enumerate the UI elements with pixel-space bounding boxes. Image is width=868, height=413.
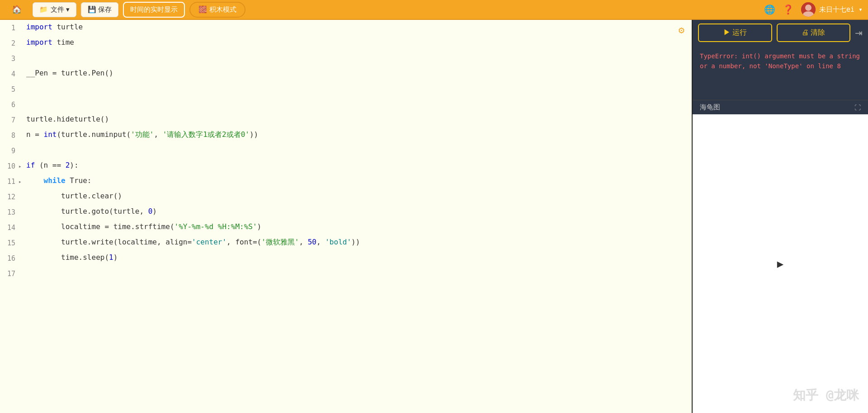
line-code: import turtle [23,20,692,35]
file-icon: 📁 [39,5,48,14]
table-row: 15 turtle.write(localtime, align='center… [0,235,692,250]
home-button[interactable]: 🏠 [5,2,28,17]
editor-settings-icon[interactable]: ⚙ [679,24,684,36]
table-row: 11 while True: [0,174,692,189]
line-number: 2 [0,35,23,51]
table-row: 13 turtle.goto(turtle, 0) [0,204,692,220]
line-number: 9 [0,143,23,158]
expand-icon: ⇥ [855,28,863,38]
main-content: ⚙ 1 import turtle 2 import time 3 [0,20,868,413]
line-number: 10 [0,158,23,174]
line-code [23,51,692,66]
table-row: 9 [0,143,692,158]
table-row: 4 __Pen = turtle.Pen() [0,66,692,81]
line-code: n = int(turtle.numinput('功能', '请输入数字1或者2… [23,127,692,143]
line-number: 11 [0,174,23,189]
save-button[interactable]: 💾 保存 [81,2,118,17]
code-table: 1 import turtle 2 import time 3 4 __Pen … [0,20,692,281]
line-code: while True: [23,174,692,189]
table-row: 12 turtle.clear() [0,189,692,204]
run-button[interactable]: ▶ 运行 [698,23,772,42]
watermark: 知乎 @龙咪 [793,387,859,404]
turtle-label: 海龟图 ⛶ [693,100,868,114]
turtle-canvas: ▶ 知乎 @龙咪 [693,114,868,413]
run-label: ▶ 运行 [723,28,747,38]
line-number: 1 [0,20,23,35]
error-panel: TypeError: int() argument must be a stri… [693,46,868,100]
toolbar: 🏠 📁 文件 ▾ 💾 保存 时间的实时显示 🧱 积木模式 🌐 ❓ 未日十七ei … [0,0,868,20]
table-row: 6 [0,97,692,112]
line-code [23,81,692,97]
turtle-cursor: ▶ [777,258,783,270]
line-number: 5 [0,81,23,97]
line-number: 16 [0,250,23,266]
line-number: 13 [0,204,23,220]
line-number: 6 [0,97,23,112]
table-row: 2 import time [0,35,692,51]
line-number: 8 [0,127,23,143]
table-row: 5 [0,81,692,97]
avatar [801,2,816,17]
home-icon: 🏠 [12,5,22,14]
time-display-button[interactable]: 时间的实时显示 [123,2,185,18]
code-editor[interactable]: ⚙ 1 import turtle 2 import time 3 [0,20,692,413]
line-number: 7 [0,112,23,127]
clear-label: 🖨 清除 [802,28,825,38]
line-code [23,97,692,112]
line-code: import time [23,35,692,51]
error-text: TypeError: int() argument must be a stri… [700,52,860,70]
table-row: 16 time.sleep(1) [0,250,692,266]
line-number: 12 [0,189,23,204]
svg-point-1 [805,5,811,11]
table-row: 3 [0,51,692,66]
line-code [23,143,692,158]
line-code: localtime = time.strftime('%Y-%m-%d %H:%… [23,220,692,235]
right-panel-top: ▶ 运行 🖨 清除 ⇥ [693,20,868,46]
fullscreen-icon[interactable]: ⛶ [854,104,861,111]
file-button[interactable]: 📁 文件 ▾ [33,2,76,17]
help-icon[interactable]: ❓ [783,4,794,15]
line-code: turtle.write(localtime, align='center', … [23,235,692,250]
line-number: 4 [0,66,23,81]
table-row: 8 n = int(turtle.numinput('功能', '请输入数字1或… [0,127,692,143]
user-menu[interactable]: 未日十七ei ▾ [801,2,863,17]
line-code: turtle.hideturtle() [23,112,692,127]
right-panel: ▶ 运行 🖨 清除 ⇥ TypeError: int() argument mu… [692,20,868,413]
expand-button[interactable]: ⇥ [855,28,863,38]
table-row: 7 turtle.hideturtle() [0,112,692,127]
line-code: if (n == 2): [23,158,692,174]
table-row: 14 localtime = time.strftime('%Y-%m-%d %… [0,220,692,235]
turtle-label-text: 海龟图 [700,103,720,112]
line-code: __Pen = turtle.Pen() [23,66,692,81]
globe-icon[interactable]: 🌐 [764,4,775,15]
table-row: 17 [0,266,692,281]
line-number: 17 [0,266,23,281]
table-row: 1 import turtle [0,20,692,35]
line-number: 3 [0,51,23,66]
file-label: 文件 ▾ [51,5,70,14]
clear-button[interactable]: 🖨 清除 [777,23,851,42]
line-code: time.sleep(1) [23,250,692,266]
line-code [23,266,692,281]
time-label: 时间的实时显示 [130,5,178,14]
line-code: turtle.clear() [23,189,692,204]
user-name: 未日十七ei ▾ [819,5,863,14]
block-label: 🧱 积木模式 [198,5,236,14]
save-label: 💾 保存 [88,5,112,14]
line-number: 15 [0,235,23,250]
line-code: turtle.goto(turtle, 0) [23,204,692,220]
toolbar-right: 🌐 ❓ 未日十七ei ▾ [764,2,863,17]
block-mode-button[interactable]: 🧱 积木模式 [189,2,245,18]
line-number: 14 [0,220,23,235]
table-row: 10 if (n == 2): [0,158,692,174]
